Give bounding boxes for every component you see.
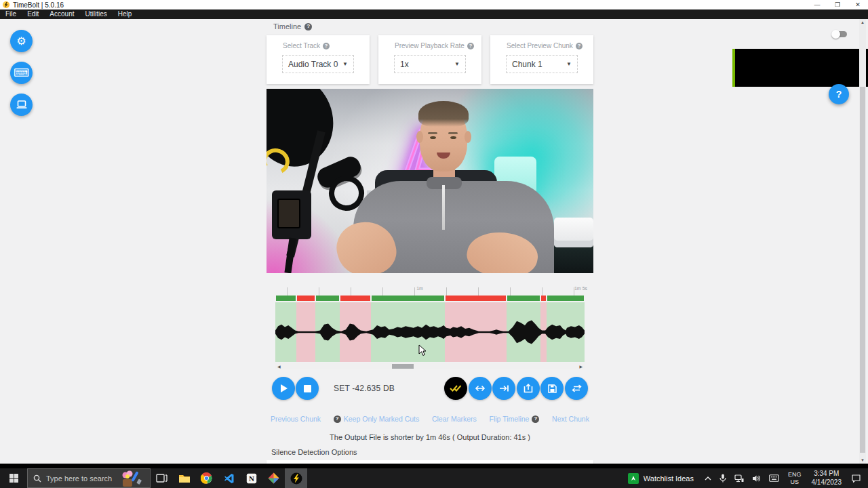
swap-arrows-icon [572, 384, 582, 392]
preview-playback-rate-value: 1x [400, 60, 409, 69]
select-preview-chunk-select[interactable]: Chunk 1▼ [506, 55, 578, 73]
cut-segment-marker[interactable] [446, 296, 506, 301]
chrome-icon [201, 472, 212, 484]
clear-markers-link[interactable]: Clear Markers [432, 415, 477, 423]
previous-chunk-link[interactable]: Previous Chunk [271, 415, 321, 423]
clock-time: 3:34 PM [812, 470, 842, 479]
swap-button[interactable] [565, 377, 588, 400]
maximize-button[interactable]: ❐ [827, 0, 848, 9]
tray-chevron-up-icon[interactable] [701, 476, 715, 481]
keep-segment-marker[interactable] [547, 296, 584, 301]
language-line2: US [788, 479, 802, 485]
window-title: TimeBolt | 5.0.16 [13, 1, 64, 9]
chevron-down-icon: ▼ [342, 61, 348, 67]
task-view-icon [156, 473, 167, 483]
chevron-down-icon: ▼ [454, 61, 460, 67]
next-chunk-link-label: Next Chunk [552, 415, 589, 423]
timeline-heading-label: Timeline [273, 22, 301, 30]
menu-file[interactable]: File [0, 9, 22, 19]
menu-utilities[interactable]: Utilities [80, 9, 113, 19]
scroll-right-arrow-icon[interactable]: ▶ [579, 364, 583, 369]
jump-to-end-button[interactable] [492, 377, 515, 400]
menu-edit[interactable]: Edit [22, 9, 44, 19]
ruler-tick [510, 287, 511, 296]
taskbar-clock[interactable]: 3:34 PM 4/14/2023 [806, 470, 848, 487]
keep-segment-marker[interactable] [372, 296, 444, 301]
gem-app-button[interactable] [262, 468, 285, 488]
segment-marker-bar[interactable] [275, 296, 585, 301]
preview-playback-rate-help-icon[interactable]: ? [467, 43, 474, 49]
timebolt-taskbar-button[interactable] [285, 468, 307, 488]
notion-button[interactable]: N [240, 468, 262, 488]
action-center-icon[interactable] [847, 474, 868, 483]
previous-chunk-link-label: Previous Chunk [271, 415, 321, 423]
cut-segment-marker[interactable] [297, 296, 315, 301]
approve-cuts-button[interactable] [444, 377, 467, 400]
microphone-tray-icon[interactable] [715, 474, 730, 483]
flip-timeline-link[interactable]: Flip Timeline? [490, 415, 540, 423]
touch-keyboard-tray-icon[interactable] [765, 474, 783, 482]
export-button[interactable] [517, 377, 540, 400]
scroll-left-arrow-icon[interactable]: ◀ [277, 364, 281, 369]
laptop-icon [16, 100, 27, 109]
chunk-navigation: Previous Chunk?Keep Only Marked CutsClea… [271, 415, 589, 423]
page-scrollbar[interactable]: ▲ ▼ [859, 19, 866, 464]
promo-overlay[interactable] [732, 49, 868, 87]
flip-timeline-link-help-icon[interactable]: ? [532, 415, 539, 423]
theme-toggle[interactable] [831, 30, 847, 39]
select-track-value: Audio Track 0 [288, 60, 338, 69]
ruler-tick [351, 287, 351, 296]
search-doodle-icon [113, 470, 149, 487]
help-fab-button[interactable]: ? [829, 84, 849, 104]
select-preview-chunk-card: Select Preview Chunk?Chunk 1▼ [490, 35, 593, 84]
video-preview[interactable] [267, 89, 593, 273]
next-chunk-link[interactable]: Next Chunk [552, 415, 589, 423]
system-button[interactable] [10, 94, 33, 116]
menu-account[interactable]: Account [44, 9, 79, 19]
ruler-tick [414, 287, 415, 296]
expand-selection-button[interactable] [469, 377, 492, 400]
clock-date: 4/14/2023 [812, 479, 842, 487]
timeline-help-icon[interactable]: ? [304, 23, 312, 30]
page-scroll-thumb[interactable] [860, 87, 865, 453]
scroll-up-arrow-icon[interactable]: ▲ [860, 20, 865, 24]
menubar: FileEditAccountUtilitiesHelp [0, 9, 868, 19]
watchlist-tray-item[interactable]: Watchlist Ideas [621, 473, 701, 484]
play-button[interactable] [272, 377, 295, 400]
close-button[interactable]: ✕ [848, 0, 868, 9]
keep-segment-marker[interactable] [276, 296, 296, 301]
vscode-button[interactable] [218, 468, 240, 488]
language-indicator[interactable]: ENG US [783, 471, 806, 485]
presenter-eye-right [450, 136, 456, 139]
scroll-down-arrow-icon[interactable]: ▼ [860, 458, 865, 462]
minimize-button[interactable]: — [807, 0, 827, 9]
waveform-scroll-thumb[interactable] [392, 364, 414, 369]
shortcuts-button[interactable]: ⌨ [10, 62, 33, 84]
volume-tray-icon[interactable] [748, 474, 765, 483]
language-line1: ENG [788, 471, 802, 478]
waveform[interactable] [275, 302, 585, 362]
select-preview-chunk-help-icon[interactable]: ? [576, 43, 583, 49]
cut-segment-marker[interactable] [541, 296, 546, 301]
keep-only-marked-cuts-link[interactable]: ?Keep Only Marked Cuts [334, 415, 419, 423]
clear-markers-link-label: Clear Markers [432, 415, 477, 423]
keep-segment-marker[interactable] [316, 296, 339, 301]
keep-only-marked-cuts-link-help-icon[interactable]: ? [334, 415, 341, 423]
chrome-button[interactable] [195, 468, 218, 488]
select-track-select[interactable]: Audio Track 0▼ [282, 55, 354, 73]
stop-button[interactable] [296, 377, 319, 400]
taskbar-search[interactable]: Type here to search [27, 468, 151, 488]
start-button[interactable] [0, 468, 27, 488]
select-track-help-icon[interactable]: ? [323, 43, 330, 49]
file-explorer-button[interactable] [173, 468, 195, 488]
presenter-brow-right [448, 132, 458, 134]
network-tray-icon[interactable] [730, 474, 748, 483]
settings-button[interactable]: ⚙ [10, 30, 33, 52]
waveform-scrollbar[interactable]: ◀ ▶ [275, 363, 585, 369]
cut-segment-marker[interactable] [340, 296, 370, 301]
preview-playback-rate-select[interactable]: 1x▼ [394, 55, 466, 73]
task-view-button[interactable] [151, 468, 173, 488]
keep-segment-marker[interactable] [507, 296, 540, 301]
save-button[interactable] [540, 377, 564, 400]
menu-help[interactable]: Help [113, 9, 138, 19]
